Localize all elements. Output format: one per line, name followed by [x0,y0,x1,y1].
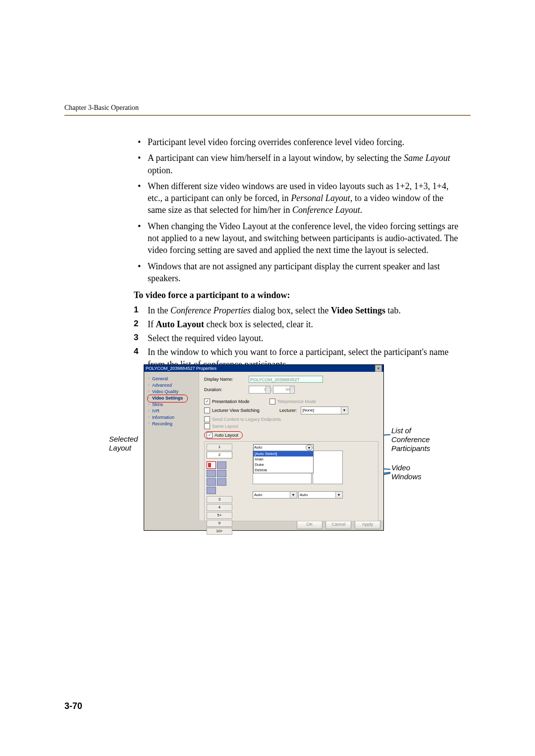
duration-hours[interactable]: 1 [249,386,270,394]
apply-button[interactable]: Apply [355,520,380,529]
label-lecturer-view: Lecturer View Switching [212,408,260,413]
label-send-content: Send Content to Legacy Endpoints [212,417,281,422]
label-telepresence: Telepresence Mode [277,399,317,404]
layout-count-2[interactable]: 2 [207,452,232,458]
layout-thumb[interactable] [217,478,226,486]
step-item: 2If Auto Layout check box is selected, c… [134,318,461,330]
close-icon[interactable]: × [375,365,382,372]
sidebar-item-video-quality[interactable]: Video Quality [148,389,199,394]
callout-selected-layout: SelectedLayout [109,435,138,453]
label-auto-layout: Auto Layout [214,433,238,438]
document-page: Chapter 3-Basic Operation Participant le… [0,0,535,756]
dialog-main-pane: Display Name: POLYCOM_2039884527 Duratio… [199,372,383,520]
label-display-name: Display Name: [204,377,249,382]
properties-dialog: POLYCOM_2039884527 Properties × GeneralA… [144,364,384,531]
lecturer-select[interactable]: [None] [301,406,348,414]
page-number: 3-70 [64,701,82,711]
layout-count-9[interactable]: 9 [207,520,232,527]
dropdown-item[interactable]: Debbie [254,467,313,473]
sidebar-item-recording[interactable]: Recording [148,421,199,426]
layout-preview: Auto▾ [Auto Select]ImanDukeDebbie [253,451,343,484]
label-lecturer: Lecturer: [279,408,297,413]
layout-count-5plus[interactable]: 5+ [207,512,232,519]
layout-area: 1 2 [204,441,378,521]
callout-list-participants: List ofConferenceParticipants [391,426,430,453]
layout-thumbnails [207,461,232,494]
layout-thumb[interactable] [207,470,216,477]
dropdown-item[interactable]: [Auto Select] [254,451,313,456]
video-window-large[interactable]: Auto▾ [Auto Select]ImanDukeDebbie [253,451,312,484]
layout-count-10plus[interactable]: 10+ [207,528,232,535]
layout-thumb[interactable] [207,478,216,486]
header-rule [64,115,471,116]
bullet-item: When different size video windows are us… [134,180,461,216]
dialog-titlebar: POLYCOM_2039884527 Properties × [144,365,383,372]
cancel-button[interactable]: Cancel [325,520,351,529]
participant-dropdown[interactable]: Auto▾ [Auto Select]ImanDukeDebbie [253,444,314,473]
sidebar-item-information[interactable]: Information [148,415,199,420]
layout-count-4[interactable]: 4 [207,504,232,511]
ok-button[interactable]: OK [297,520,322,529]
duration-sep: : [271,387,272,392]
sidebar-item-ivr[interactable]: IVR [148,408,199,413]
layout-left-column: 1 2 [207,444,232,518]
checkbox-telepresence [269,399,275,404]
bullet-item: A participant can view him/herself in a … [134,152,461,176]
dropdown-item[interactable]: Duke [254,462,313,467]
dialog-button-bar: OK Cancel Apply [144,520,383,530]
sidebar-item-video-settings[interactable]: Video Settings [148,396,199,401]
sidebar-item-general[interactable]: General [148,376,199,381]
bullet-item: When changing the Video Layout at the co… [134,220,461,256]
layout-count-1[interactable]: 1 [207,444,232,451]
layout-thumb[interactable] [207,487,216,494]
checkbox-send-content [204,416,210,422]
sidebar-item-skins[interactable]: Skins [148,402,199,407]
display-name-input[interactable]: POLYCOM_2039884527 [249,376,323,383]
checkbox-auto-layout[interactable] [207,432,213,438]
sidebar-item-advanced[interactable]: Advanced [148,383,199,388]
window-select-2[interactable]: Auto [298,491,343,499]
checkbox-presentation[interactable] [204,399,210,404]
instruction-heading: To video force a participant to a window… [134,289,461,301]
dialog-title: POLYCOM_2039884527 Properties [146,365,216,372]
step-item: 3Select the required video layout. [134,332,461,344]
dropdown-head: Auto [254,445,262,451]
layout-thumb-selected[interactable] [207,461,216,469]
checkbox-lecturer-view[interactable] [204,407,210,413]
callout-text: SelectedLayout [109,435,138,452]
label-duration: Duration: [204,387,249,392]
label-same-layout: Same Layout [212,424,238,429]
step-item: 1In the Conference Properties dialog box… [134,304,461,316]
numbered-steps: 1In the Conference Properties dialog box… [134,304,461,370]
layout-thumb[interactable] [217,461,226,469]
bullet-item: Participant level video forcing override… [134,136,461,148]
bullet-list: Participant level video forcing override… [134,136,461,284]
layout-thumb[interactable] [217,470,226,477]
dialog-sidebar: GeneralAdvancedVideo QualityVideo Settin… [144,372,199,520]
callout-video-windows: VideoWindows [391,463,422,481]
figure-wrap: SelectedLayout List ofConferenceParticip… [144,364,461,553]
chevron-down-icon[interactable]: ▾ [306,445,313,451]
label-presentation: Presentation Mode [212,399,250,404]
window-select-1[interactable]: Auto [253,491,297,499]
layout-count-3[interactable]: 3 [207,496,232,503]
checkbox-same-layout [204,423,210,429]
bullet-item: Windows that are not assigned any partic… [134,260,461,285]
main-content: Participant level video forcing override… [134,136,461,372]
chapter-header: Chapter 3-Basic Operation [64,104,139,112]
duration-minutes[interactable]: 00 [273,386,295,394]
dropdown-item[interactable]: Iman [254,456,313,462]
video-window-small[interactable] [313,451,343,484]
